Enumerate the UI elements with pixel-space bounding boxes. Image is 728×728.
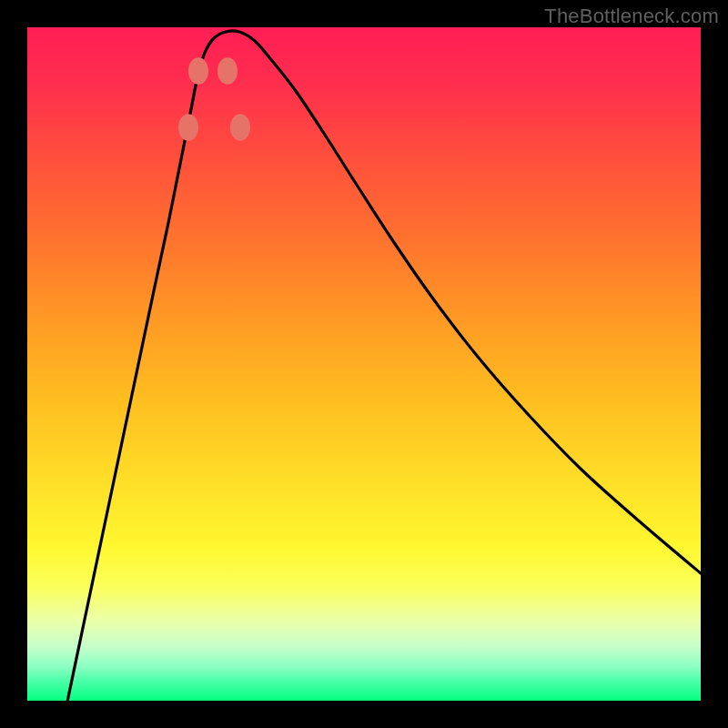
chart-svg: [27, 27, 701, 701]
curve-marker: [217, 57, 238, 85]
bottleneck-curve: [64, 31, 701, 701]
watermark-text: TheBottleneck.com: [544, 5, 719, 28]
chart-plot-area: [27, 27, 701, 701]
curve-marker: [178, 114, 198, 141]
curve-markers-group: [178, 57, 250, 141]
curve-marker: [188, 57, 208, 85]
curve-marker: [230, 114, 250, 141]
